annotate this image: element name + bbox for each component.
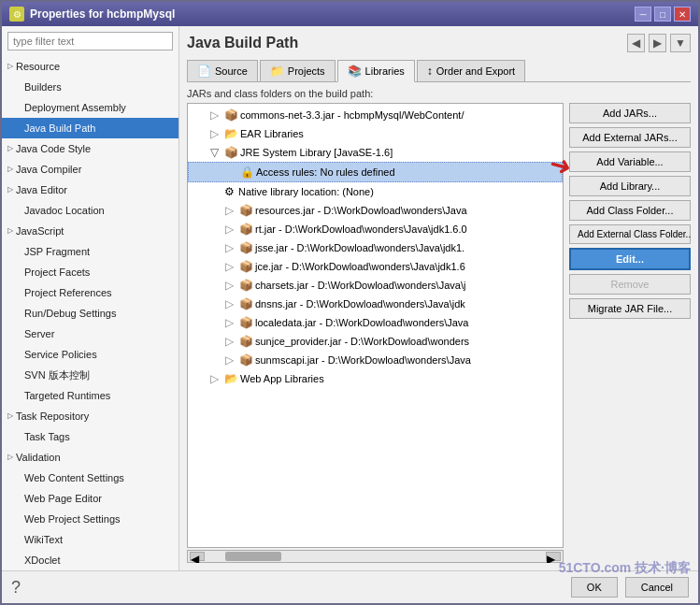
main-panel: Java Build Path ◀ ▶ ▼ 📄 Source 📁 Project…	[179, 26, 698, 570]
ok-button[interactable]: OK	[571, 577, 618, 598]
sidebar-item-web-content-settings[interactable]: Web Content Settings	[2, 468, 179, 488]
tree-row-jsse[interactable]: ▷ 📦 jsse.jar - D:\WorkDowload\wonders\Ja…	[188, 238, 563, 257]
add-external-jars-button[interactable]: Add External JARs...	[569, 127, 691, 148]
tree-row-localedata[interactable]: ▷ 📦 localedata.jar - D:\WorkDowload\wond…	[188, 313, 563, 332]
sidebar-item-xdoclet[interactable]: XDoclet	[2, 550, 179, 570]
tree-row-jre[interactable]: ▽ 📦 JRE System Library [JavaSE-1.6]	[188, 143, 563, 162]
sidebar-item-web-page-editor[interactable]: Web Page Editor	[2, 488, 179, 509]
sidebar-item-web-project-settings[interactable]: Web Project Settings	[2, 509, 179, 529]
jar-icon-resources: 📦	[238, 203, 253, 218]
window-title: Properties for hcbmpMysql	[30, 7, 175, 21]
scroll-thumb[interactable]	[225, 552, 281, 561]
window-icon: ⚙	[9, 7, 24, 22]
dropdown-button[interactable]: ▼	[670, 34, 691, 52]
expand-icon6: ▷	[7, 408, 13, 425]
cancel-button[interactable]: Cancel	[625, 577, 689, 598]
expand-triangle-ear: ▷	[207, 126, 221, 141]
jar-icon-sunmscapi: 📦	[238, 353, 253, 367]
title-bar: ⚙ Properties for hcbmpMysql ─ □ ✕	[2, 2, 698, 26]
add-class-folder-button[interactable]: Add Class Folder...	[569, 200, 691, 221]
expand-icon4: ▷	[7, 181, 13, 198]
tabs-bar: 📄 Source 📁 Projects 📚 Libraries ↕ Order …	[187, 60, 691, 82]
order-tab-icon: ↕	[427, 65, 433, 78]
migrate-jar-button[interactable]: Migrate JAR File...	[569, 298, 691, 319]
content-area: ▷ Resource Builders Deployment Assembly …	[2, 26, 698, 570]
add-external-class-folder-button[interactable]: Add External Class Folder...	[569, 224, 691, 244]
jar-icon-rt: 📦	[238, 222, 253, 237]
jar-icon-sunjce: 📦	[238, 334, 253, 349]
forward-button[interactable]: ▶	[649, 34, 666, 52]
add-variable-button[interactable]: Add Variable...	[569, 151, 691, 172]
sidebar-item-java-editor[interactable]: ▷ Java Editor	[2, 180, 179, 200]
projects-tab-icon: 📁	[270, 65, 284, 78]
jar-icon-charsets: 📦	[238, 278, 253, 293]
sidebar-item-server[interactable]: Server	[2, 324, 179, 344]
close-button[interactable]: ✕	[674, 7, 691, 22]
expand-triangle-res: ▷	[221, 203, 236, 218]
sidebar-item-builders[interactable]: Builders	[2, 77, 179, 97]
sidebar-item-project-facets[interactable]: Project Facets	[2, 262, 179, 282]
sidebar-item-javadoc[interactable]: Javadoc Location	[2, 200, 179, 221]
sidebar-item-jsp-fragment[interactable]: JSP Fragment	[2, 241, 179, 262]
expand-triangle-locale: ▷	[221, 315, 236, 330]
lib-icon-jre: 📦	[223, 145, 238, 160]
access-icon: 🔒	[239, 165, 254, 180]
panel-title-text: Java Build Path	[187, 35, 298, 51]
tree-row-native[interactable]: ⚙ Native library location: (None)	[188, 182, 563, 201]
tree-row-ear[interactable]: ▷ 📂 EAR Libraries	[188, 124, 563, 143]
libraries-tab-icon: 📚	[348, 65, 362, 78]
minimize-button[interactable]: ─	[635, 7, 651, 22]
expand-triangle-dnsns: ▷	[221, 296, 236, 311]
tree-row-jce[interactable]: ▷ 📦 jce.jar - D:\WorkDowload\wonders\Jav…	[188, 257, 563, 276]
tree-row-charsets[interactable]: ▷ 📦 charsets.jar - D:\WorkDowload\wonder…	[188, 276, 563, 295]
tree-row-rt[interactable]: ▷ 📦 rt.jar - D:\WorkDowload\wonders\Java…	[188, 220, 563, 238]
tree-row-sunmscapi[interactable]: ▷ 📦 sunmscapi.jar - D:\WorkDowload\wonde…	[188, 351, 563, 369]
filter-input[interactable]	[7, 32, 173, 50]
expand-triangle-rt: ▷	[221, 222, 236, 237]
tree-row-dnsns[interactable]: ▷ 📦 dnsns.jar - D:\WorkDowload\wonders\J…	[188, 295, 563, 313]
back-button[interactable]: ◀	[627, 34, 645, 52]
scroll-left-btn[interactable]: ◀	[190, 552, 205, 561]
sidebar-item-deployment-assembly[interactable]: Deployment Assembly	[2, 97, 179, 118]
jar-icon-jsse: 📦	[238, 240, 253, 255]
tree-area[interactable]: ▷ 📦 commons-net-3.3.jar - hcbmpMysql/Web…	[187, 103, 564, 548]
buttons-panel: Add JARs... Add External JARs... Add Var…	[569, 103, 691, 563]
sidebar-item-svn[interactable]: SVN 版本控制	[2, 365, 179, 385]
expand-triangle-charsets: ▷	[221, 278, 236, 293]
horizontal-scrollbar[interactable]: ◀ ▶	[187, 550, 564, 563]
tree-row-access[interactable]: 🔒 Access rules: No rules defined	[188, 162, 563, 182]
sidebar-item-task-tags[interactable]: Task Tags	[2, 426, 179, 447]
sidebar-item-run-debug[interactable]: Run/Debug Settings	[2, 303, 179, 324]
add-library-button[interactable]: Add Library...	[569, 176, 691, 196]
remove-button[interactable]: Remove	[569, 274, 691, 295]
help-button[interactable]: ?	[11, 578, 21, 598]
tree-row-sunjce[interactable]: ▷ 📦 sunjce_provider.jar - D:\WorkDowload…	[188, 332, 563, 351]
sidebar-item-javascript[interactable]: ▷ JavaScript	[2, 221, 179, 241]
window-controls: ─ □ ✕	[635, 7, 691, 22]
tab-source[interactable]: 📄 Source	[187, 60, 258, 81]
sidebar: ▷ Resource Builders Deployment Assembly …	[2, 26, 179, 570]
tab-projects[interactable]: 📁 Projects	[260, 60, 336, 81]
tree-row-resources[interactable]: ▷ 📦 resources.jar - D:\WorkDowload\wonde…	[188, 201, 563, 220]
expand-triangle-webapp: ▷	[207, 371, 221, 386]
tab-libraries[interactable]: 📚 Libraries	[337, 60, 415, 82]
maximize-button[interactable]: □	[654, 7, 671, 22]
sidebar-item-service-policies[interactable]: Service Policies	[2, 344, 179, 365]
sidebar-item-java-code-style[interactable]: ▷ Java Code Style	[2, 138, 179, 159]
tree-row-webapp-libs[interactable]: ▷ 📂 Web App Libraries	[188, 369, 563, 388]
add-jars-button[interactable]: Add JARs...	[569, 103, 691, 123]
tab-order-export[interactable]: ↕ Order and Export	[417, 60, 525, 81]
sidebar-item-project-references[interactable]: Project References	[2, 282, 179, 303]
jar-icon-jce: 📦	[238, 259, 253, 274]
sidebar-item-java-compiler[interactable]: ▷ Java Compiler	[2, 159, 179, 180]
sidebar-item-task-repository[interactable]: ▷ Task Repository	[2, 406, 179, 426]
sidebar-item-targeted-runtimes[interactable]: Targeted Runtimes	[2, 385, 179, 406]
sidebar-item-java-build-path[interactable]: Java Build Path	[2, 118, 179, 138]
expand-icon3: ▷	[7, 161, 13, 178]
edit-button[interactable]: Edit...	[569, 248, 691, 270]
sidebar-item-resource[interactable]: ▷ Resource	[2, 56, 179, 77]
sidebar-item-validation[interactable]: ▷ Validation	[2, 447, 179, 468]
tree-row-commons[interactable]: ▷ 📦 commons-net-3.3.jar - hcbmpMysql/Web…	[188, 106, 563, 124]
expand-triangle-commons: ▷	[207, 108, 221, 122]
sidebar-item-wikitext[interactable]: WikiText	[2, 529, 179, 550]
